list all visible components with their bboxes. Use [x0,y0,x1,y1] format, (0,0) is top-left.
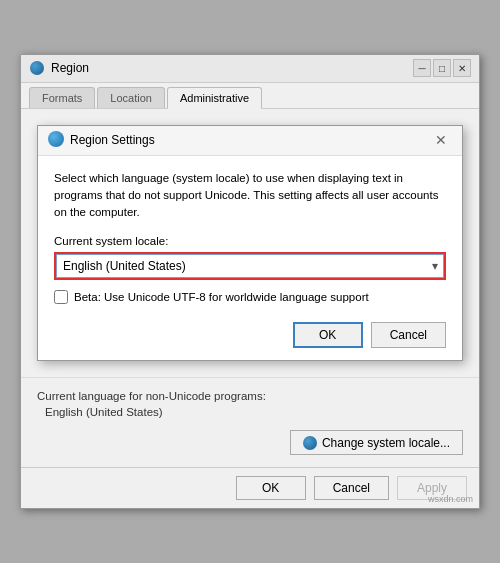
unicode-checkbox[interactable] [54,290,68,304]
locale-dropdown-wrapper: English (United States) Chinese (Simplif… [54,252,446,280]
modal-cancel-button[interactable]: Cancel [371,322,446,348]
close-button[interactable]: ✕ [453,59,471,77]
modal-ok-button[interactable]: OK [293,322,363,348]
change-system-locale-button[interactable]: Change system locale... [290,430,463,455]
dialog-bottom-bar: OK Cancel Apply wsxdn.com [21,467,479,508]
tab-bar: Formats Location Administrative [21,83,479,109]
modal-overlay: Region Settings ✕ Select which language … [21,109,479,378]
tab-administrative[interactable]: Administrative [167,87,262,109]
globe-btn-icon [303,435,317,450]
watermark: wsxdn.com [428,494,473,504]
modal-buttons: OK Cancel [54,318,446,348]
modal-close-button[interactable]: ✕ [430,129,452,151]
bottom-cancel-button[interactable]: Cancel [314,476,389,500]
bottom-ok-button[interactable]: OK [236,476,306,500]
modal-title: Region Settings [70,133,430,147]
modal-title-bar: Region Settings ✕ [38,126,462,156]
bg-section-value: English (United States) [45,406,463,418]
tab-formats[interactable]: Formats [29,87,95,108]
maximize-button[interactable]: □ [433,59,451,77]
minimize-button[interactable]: ─ [413,59,431,77]
modal-globe-icon [48,131,64,150]
bg-section-title: Current language for non-Unicode program… [37,390,463,402]
locale-label: Current system locale: [54,235,446,247]
modal-body: Select which language (system locale) to… [38,156,462,361]
region-icon [29,60,45,76]
unicode-checkbox-label: Beta: Use Unicode UTF-8 for worldwide la… [74,291,369,303]
locale-dropdown[interactable]: English (United States) Chinese (Simplif… [56,254,444,278]
bg-button-row: Change system locale... [37,430,463,455]
outer-window-title: Region [51,61,413,75]
outer-window: Region ─ □ ✕ Formats Location Administra… [20,54,480,510]
region-settings-dialog: Region Settings ✕ Select which language … [37,125,463,362]
unicode-checkbox-row: Beta: Use Unicode UTF-8 for worldwide la… [54,290,446,304]
tab-location[interactable]: Location [97,87,165,108]
modal-description: Select which language (system locale) to… [54,170,446,222]
window-controls: ─ □ ✕ [413,59,471,77]
outer-title-bar: Region ─ □ ✕ [21,55,479,83]
change-locale-button-label: Change system locale... [322,436,450,450]
bg-content-section: Current language for non-Unicode program… [21,377,479,467]
